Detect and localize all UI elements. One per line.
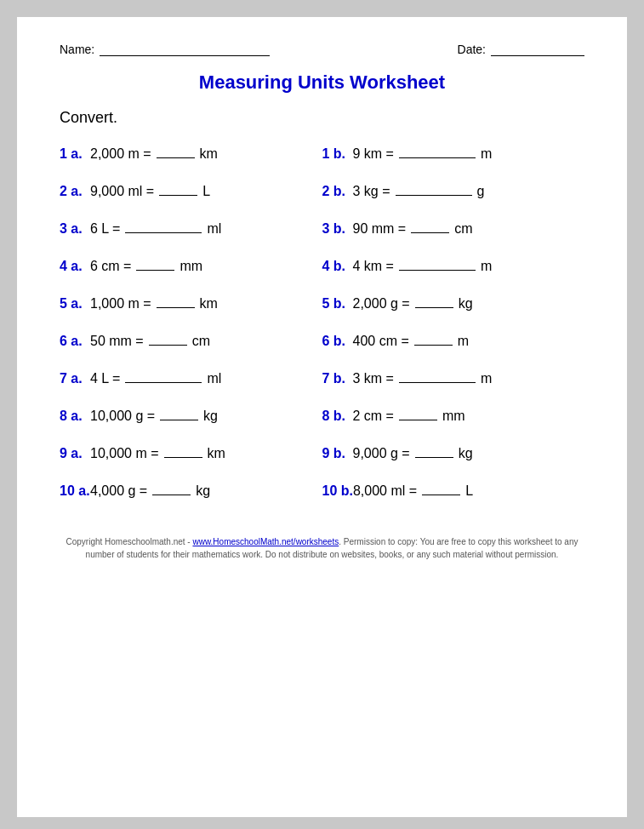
footer-text1: Copyright Homeschoolmath.net -: [66, 537, 193, 546]
answer-blank[interactable]: [399, 409, 437, 420]
convert-label: Convert.: [60, 109, 584, 127]
answer-blank[interactable]: [414, 334, 453, 346]
problem-text: 9 km = m: [353, 146, 493, 162]
problem-row: 9 a. 10,000 m = km: [60, 435, 322, 472]
answer-blank[interactable]: [157, 296, 195, 308]
problem-number: 9 b.: [322, 446, 353, 461]
worksheet-page: Name: Date: Measuring Units Worksheet Co…: [17, 17, 627, 817]
problem-row: 8 a. 10,000 g = kg: [60, 397, 322, 435]
problem-text: 3 km = m: [353, 371, 493, 386]
problem-row: 7 b. 3 km = m: [322, 360, 585, 397]
problem-text: 400 cm = m: [353, 334, 470, 349]
answer-blank[interactable]: [415, 296, 453, 308]
worksheet-title: Measuring Units Worksheet: [60, 71, 584, 94]
problem-number: 10 a.: [60, 483, 90, 499]
problem-number: 6 b.: [322, 334, 353, 349]
problem-row: 1 a. 2,000 m = km: [60, 135, 322, 173]
problem-text: 6 cm = mm: [90, 259, 202, 274]
problem-text: 8,000 ml = L: [353, 483, 473, 499]
problem-number: 2 a.: [60, 184, 90, 199]
problem-row: 6 a. 50 mm = cm: [60, 323, 322, 360]
problem-row: 3 b. 90 mm = cm: [322, 210, 585, 248]
answer-blank[interactable]: [160, 409, 198, 420]
problem-number: 5 b.: [322, 296, 353, 312]
problem-text: 4,000 g = kg: [90, 483, 210, 499]
problem-number: 5 a.: [60, 296, 90, 312]
problem-text: 3 kg = g: [353, 184, 485, 199]
date-line: [491, 43, 584, 56]
problem-text: 4 L = ml: [90, 371, 221, 386]
problem-number: 1 b.: [322, 146, 353, 162]
answer-blank[interactable]: [136, 259, 174, 271]
answer-blank[interactable]: [159, 184, 197, 196]
problem-row: 2 b. 3 kg = g: [322, 173, 585, 210]
problem-row: 10 b. 8,000 ml = L: [322, 472, 585, 510]
name-label: Name:: [60, 43, 94, 56]
answer-blank[interactable]: [399, 371, 476, 383]
problem-number: 6 a.: [60, 334, 90, 349]
answer-blank[interactable]: [149, 334, 187, 346]
problem-number: 9 a.: [60, 446, 90, 461]
problem-number: 4 a.: [60, 259, 90, 274]
problem-row: 8 b. 2 cm = mm: [322, 397, 585, 435]
answer-blank[interactable]: [415, 446, 453, 458]
problem-number: 7 b.: [322, 371, 353, 386]
problem-number: 2 b.: [322, 184, 353, 199]
problem-number: 8 a.: [60, 409, 90, 424]
problem-text: 4 km = m: [353, 259, 493, 274]
problem-text: 9,000 ml = L: [90, 184, 210, 199]
problem-row: 4 a. 6 cm = mm: [60, 248, 322, 285]
problem-row: 1 b. 9 km = m: [322, 135, 585, 173]
problem-row: 7 a. 4 L = ml: [60, 360, 322, 397]
problem-row: 9 b. 9,000 g = kg: [322, 435, 585, 472]
problem-text: 50 mm = cm: [90, 334, 210, 349]
answer-blank[interactable]: [157, 146, 195, 158]
problem-number: 7 a.: [60, 371, 90, 386]
footer-link[interactable]: www.HomeschoolMath.net/worksheets: [192, 537, 339, 546]
problem-text: 10,000 g = kg: [90, 409, 218, 424]
answer-blank[interactable]: [125, 371, 202, 383]
problem-row: 6 b. 400 cm = m: [322, 323, 585, 360]
answer-blank[interactable]: [396, 184, 472, 196]
problem-number: 3 a.: [60, 221, 90, 237]
name-field: Name:: [60, 43, 270, 56]
date-label: Date:: [458, 43, 486, 56]
problem-row: 10 a. 4,000 g = kg: [60, 472, 322, 510]
problem-row: 5 a. 1,000 m = km: [60, 285, 322, 323]
answer-blank[interactable]: [152, 483, 191, 495]
answer-blank[interactable]: [125, 221, 202, 233]
problem-row: 4 b. 4 km = m: [322, 248, 585, 285]
problem-text: 9,000 g = kg: [353, 446, 473, 461]
header-row: Name: Date:: [60, 43, 584, 56]
problem-text: 2,000 m = km: [90, 146, 218, 162]
problem-text: 6 L = ml: [90, 221, 221, 237]
problem-number: 10 b.: [322, 483, 353, 499]
problem-text: 2,000 g = kg: [353, 296, 473, 312]
problem-number: 1 a.: [60, 146, 90, 162]
problem-number: 3 b.: [322, 221, 353, 237]
problem-text: 10,000 m = km: [90, 446, 225, 461]
footer: Copyright Homeschoolmath.net - www.Homes…: [60, 535, 584, 561]
problem-text: 90 mm = cm: [353, 221, 473, 237]
answer-blank[interactable]: [399, 146, 476, 158]
name-line: [100, 43, 270, 56]
problem-row: 3 a. 6 L = ml: [60, 210, 322, 248]
problem-row: 2 a. 9,000 ml = L: [60, 173, 322, 210]
problems-grid: 1 a. 2,000 m = km 1 b. 9 km = m 2 a. 9,0…: [60, 135, 584, 510]
answer-blank[interactable]: [422, 483, 460, 495]
answer-blank[interactable]: [411, 221, 449, 233]
problem-number: 8 b.: [322, 409, 353, 424]
answer-blank[interactable]: [164, 446, 202, 458]
problem-number: 4 b.: [322, 259, 353, 274]
date-field: Date:: [458, 43, 584, 56]
problem-text: 1,000 m = km: [90, 296, 218, 312]
problem-row: 5 b. 2,000 g = kg: [322, 285, 585, 323]
answer-blank[interactable]: [399, 259, 476, 271]
problem-text: 2 cm = mm: [353, 409, 465, 424]
